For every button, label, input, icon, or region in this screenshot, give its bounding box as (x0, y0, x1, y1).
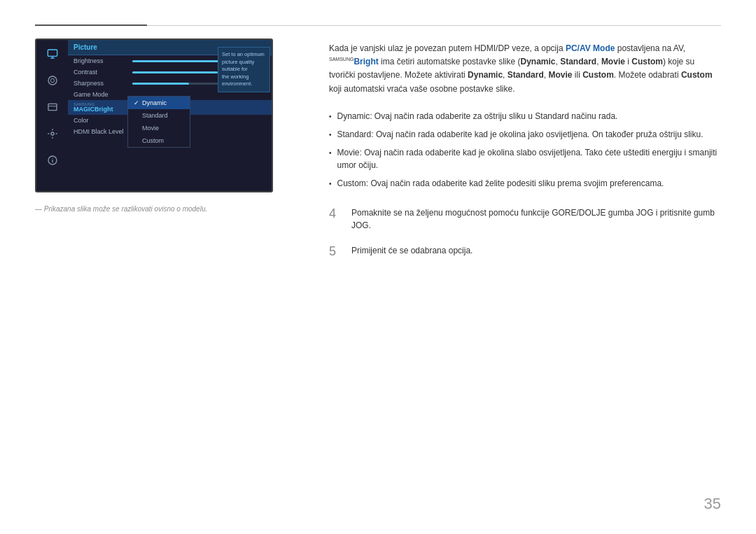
settings-icon (43, 127, 62, 141)
dynamic-inline: Dynamic (520, 57, 555, 66)
step-4-number: 4 (329, 206, 343, 222)
brightness-label: Brightness (74, 57, 130, 64)
tooltip-line3: suitable for (222, 66, 248, 72)
svg-point-4 (50, 78, 54, 82)
monitor-icon (43, 47, 62, 61)
osd-sidebar (36, 40, 68, 191)
tooltip-line4: the working (222, 73, 248, 80)
standard-inline2: Standard (507, 70, 544, 80)
svg-point-3 (48, 76, 57, 85)
tooltip-box: Set to an optimum picture quality suitab… (218, 47, 270, 92)
tooltip-line5: environment. (222, 80, 252, 87)
main-paragraph: Kada je vanjski ulaz je povezan putem HD… (329, 42, 721, 96)
custom-inline: Custom (631, 57, 663, 66)
contrast-label: Contrast (74, 69, 130, 76)
svg-rect-5 (48, 104, 57, 110)
dropdown-item-custom[interactable]: Custom (128, 134, 190, 147)
tooltip-line1: Set to an optimum (222, 51, 265, 57)
bullet-list: • Dynamic: Ovaj način rada odaberite za … (329, 110, 721, 190)
standard-inline: Standard (560, 57, 596, 66)
dropdown-item-standard[interactable]: Standard (128, 109, 190, 122)
magic-bright-dropdown: ✓ Dynamic Standard Movie Custom (127, 96, 190, 148)
dropdown-item-dynamic[interactable]: ✓ Dynamic (128, 97, 190, 109)
custom-inline2: Custom (582, 70, 614, 80)
game-mode-label: Game Mode (74, 91, 130, 98)
bullet-text-custom: Custom: Ovaj način rada odaberite kad že… (337, 177, 664, 190)
sharpness-label: Sharpness (74, 80, 130, 87)
tooltip-line2: picture quality (222, 59, 254, 65)
page-number: 35 (704, 495, 721, 513)
custom-inline3: Custom (681, 70, 713, 80)
contrast-fill (132, 71, 218, 73)
bullet-item-standard: • Standard: Ovaj način rada odaberite ka… (329, 128, 721, 141)
picture-icon (43, 73, 62, 87)
dropdown-standard-label: Standard (142, 112, 168, 119)
color-label: Color (74, 117, 130, 124)
dropdown-custom-label: Custom (142, 137, 164, 144)
magic-bright-label: MAGICBright (74, 106, 113, 113)
svg-rect-0 (48, 50, 57, 56)
bullet-text-movie: Movie: Ovaj način rada odaberite kad je … (337, 146, 721, 171)
step-4: 4 Pomaknite se na željenu mogućnost pomo… (329, 206, 721, 232)
pc-av-mode-label: PC/AV Mode (566, 43, 615, 53)
svg-point-7 (51, 132, 54, 135)
dropdown-movie-label: Movie (142, 125, 159, 132)
dropdown-dynamic-label: Dynamic (142, 99, 167, 106)
step-5: 5 Primijenit će se odabrana opcija. (329, 244, 721, 260)
right-panel: Kada je vanjski ulaz je povezan putem HD… (329, 28, 721, 506)
bullet-item-dynamic: • Dynamic: Ovaj način rada odaberite za … (329, 110, 721, 122)
bullet-item-movie: • Movie: Ovaj način rada odaberite kad j… (329, 146, 721, 171)
top-line-light (147, 25, 721, 26)
top-decorative-lines (35, 24, 721, 26)
movie-inline2: Movie (548, 70, 572, 80)
bullet-dot-standard: • (329, 129, 332, 140)
bullet-item-custom: • Custom: Ovaj način rada odaberite kad … (329, 177, 721, 190)
step-5-number: 5 (329, 244, 343, 260)
magic-bright-inline: Bright (354, 57, 378, 66)
osd-menu: Picture Brightness 100 Contrast 75 (68, 40, 272, 191)
dropdown-item-movie[interactable]: Movie (128, 122, 190, 134)
bullet-dot-dynamic: • (329, 111, 332, 122)
step-4-text: Pomaknite se na željenu mogućnost pomoću… (351, 206, 721, 232)
svg-point-10 (52, 158, 52, 159)
checkmark-icon: ✓ (134, 99, 139, 106)
sharpness-fill (132, 83, 189, 85)
bullet-dot-custom: • (329, 178, 332, 189)
top-line-dark (35, 24, 147, 26)
samsung-super: SAMSUNG (329, 57, 354, 62)
bullet-text-dynamic: Dynamic: Ovaj način rada odaberite za oš… (337, 110, 618, 122)
color-icon (43, 100, 62, 114)
monitor-screenshot: Picture Brightness 100 Contrast 75 (35, 38, 273, 192)
step-5-text: Primijenit će se odabrana opcija. (351, 244, 472, 257)
movie-inline: Movie (601, 57, 625, 66)
hdmi-black-level-label: HDMI Black Level (74, 128, 130, 135)
left-panel: Picture Brightness 100 Contrast 75 (35, 28, 301, 506)
info-icon (43, 153, 62, 167)
dynamic-inline2: Dynamic (468, 70, 503, 80)
monitor-caption: — Prikazana slika može se razlikovati ov… (35, 205, 301, 213)
bullet-dot-movie: • (329, 148, 332, 158)
bullet-text-standard: Standard: Ovaj način rada odaberite kad … (337, 128, 704, 141)
